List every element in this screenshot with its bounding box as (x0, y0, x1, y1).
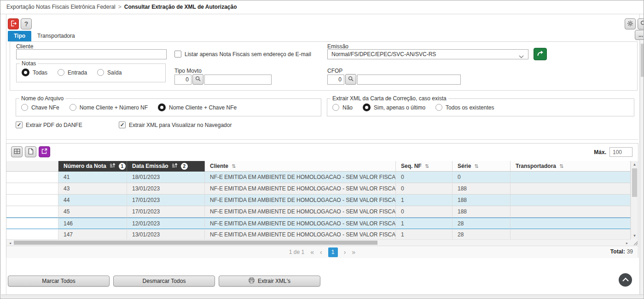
sort-ascending-icon[interactable] (110, 163, 116, 169)
desmarcar-todos-button[interactable]: Desmarcar Todos (113, 276, 215, 287)
radio-option-saida[interactable]: Saída (97, 69, 122, 76)
sort-ascending-icon[interactable] (172, 163, 178, 169)
radio-option-nao[interactable]: Não (332, 104, 353, 111)
row-select-cell[interactable] (6, 206, 58, 218)
radio-button[interactable] (22, 69, 29, 76)
column-header-serie[interactable]: Série⇅ (453, 161, 511, 172)
row-select-cell[interactable] (6, 183, 58, 195)
checkbox-option-extrair-pdf-do-danfe[interactable]: ✓Extrair PDF do DANFE (16, 121, 119, 128)
table-row[interactable]: 4118/01/2023NF-E EMITIDA EM AMBIENTE DE … (6, 172, 631, 183)
sort-icon[interactable]: ⇅ (425, 163, 429, 169)
radio-option-sim-apenas-o-ultimo[interactable]: Sim, apenas o último (363, 104, 425, 111)
marcar-todos-button[interactable]: Marcar Todos (8, 276, 110, 287)
radio-button[interactable] (158, 104, 166, 111)
row-select-cell[interactable] (6, 195, 58, 206)
max-input[interactable] (609, 147, 632, 157)
scroll-up-icon[interactable]: ▲ (631, 162, 638, 167)
window-scrollbar[interactable] (640, 41, 644, 295)
scroll-to-top-button[interactable] (619, 273, 632, 287)
cell-numero: 45 (58, 206, 127, 218)
radio-option-todos-os-existentes[interactable]: Todos os existentes (435, 104, 494, 111)
checkbox-option-extrair-xml-para-visualizar-no-navegador[interactable]: ✓Extrair XML para Visualizar no Navegado… (119, 121, 232, 128)
email-filter-checkbox[interactable] (174, 51, 181, 58)
radio-option-nome-cliente-chave-nfe[interactable]: Nome Cliente + Chave NFe (158, 104, 237, 111)
last-page-button[interactable]: » (352, 248, 355, 256)
column-header-data-emissao[interactable]: Data Emissão2 (127, 161, 205, 172)
table-hscroll-thumb[interactable] (14, 241, 377, 245)
column-header-transportadora[interactable]: Transportadora⇅ (511, 161, 631, 172)
checkbox[interactable]: ✓ (16, 121, 23, 128)
column-header-numero-da-nota[interactable]: Número da Nota1 (58, 161, 127, 172)
emissao-select[interactable]: Normal/FS/DPEC/EPEC/SVC-AN/SVC-RS (327, 49, 528, 59)
table-row[interactable]: 14612/01/2023NF-E EMITIDA EM AMBIENTE DE… (6, 218, 631, 229)
cfop-search-button[interactable] (345, 74, 356, 85)
row-select-cell[interactable] (6, 218, 58, 229)
radio-button[interactable] (363, 104, 371, 111)
cell-transportadora (511, 172, 631, 183)
radio-button[interactable] (58, 69, 64, 76)
email-filter-option[interactable]: Listar apenas Nota Fiscais sem endereço … (174, 51, 311, 58)
table-row[interactable]: 4517/01/2023NF-E EMITIDA EM AMBIENTE DE … (6, 206, 631, 218)
column-header-cliente[interactable]: Cliente⇅ (205, 161, 396, 172)
sort-icon[interactable]: ⇅ (559, 163, 563, 169)
scroll-down-icon[interactable]: ▼ (631, 234, 638, 238)
window-scrollbar-thumb[interactable] (641, 44, 644, 77)
printer-icon (249, 277, 255, 285)
export-run-button[interactable] (534, 48, 547, 60)
cell-data-emissao: 13/01/2023 (127, 183, 205, 195)
column-header-seq-nf[interactable]: Seq. NF⇅ (396, 161, 453, 172)
radio-button[interactable] (70, 104, 76, 111)
scroll-left-icon[interactable]: ◂ (7, 241, 13, 245)
table-row[interactable]: 4417/01/2023NF-E EMITIDA EM AMBIENTE DE … (6, 195, 631, 206)
settings-button[interactable] (625, 18, 636, 29)
resize-grip[interactable] (631, 239, 638, 246)
tab-tipo[interactable]: Tipo (8, 31, 31, 41)
breadcrumb-parent[interactable]: Exportação Notas Fiscais Eletrônica Fede… (6, 4, 116, 10)
cliente-input[interactable] (16, 49, 167, 59)
radio-option-entrada[interactable]: Entrada (58, 69, 87, 76)
help-button[interactable]: ? (21, 18, 32, 29)
radio-option-chave-nfe[interactable]: Chave NFe (21, 104, 59, 111)
cell-data-emissao: 18/01/2023 (127, 172, 205, 183)
sort-order-badge: 2 (181, 163, 188, 170)
tipo-movto-search-button[interactable] (192, 74, 203, 85)
exit-button[interactable] (8, 18, 19, 29)
tipo-movto-code-input[interactable] (174, 75, 191, 85)
checkbox[interactable]: ✓ (119, 121, 126, 128)
radio-label: Chave NFe (31, 104, 59, 111)
grid-export-file-button[interactable] (25, 146, 36, 157)
first-page-button[interactable]: « (310, 248, 314, 256)
sort-icon[interactable]: ⇅ (232, 163, 236, 169)
radio-button[interactable] (21, 104, 28, 111)
sort-icon[interactable]: ⇅ (474, 163, 478, 169)
table-row[interactable]: 14713/01/2023NF-E EMITIDA EM AMBIENTE DE… (6, 229, 631, 239)
checkbox-label: Extrair XML para Visualizar no Navegador (129, 122, 232, 128)
tipo-movto-description-input[interactable] (204, 75, 272, 85)
more-options-button[interactable]: ... (635, 30, 644, 40)
notas-fieldset: Notas TodasEntradaSaída (16, 60, 166, 82)
row-select-cell[interactable] (6, 172, 58, 183)
table-vscroll-thumb[interactable] (632, 168, 637, 197)
grid-expand-button[interactable] (39, 146, 50, 157)
grid-columns-button[interactable] (11, 146, 23, 157)
previous-page-button[interactable]: ‹ (320, 248, 322, 256)
column-header-select[interactable] (6, 161, 58, 172)
page-button-1[interactable]: 1 (328, 247, 338, 257)
extrair-xmls-button[interactable]: Extrair XML's (219, 276, 320, 287)
radio-button[interactable] (332, 104, 339, 111)
tab-transportadora[interactable]: Transportadora (31, 31, 81, 41)
cfop-description-input[interactable] (357, 75, 461, 85)
row-select-cell[interactable] (6, 229, 58, 239)
radio-button[interactable] (435, 104, 442, 111)
search-button[interactable] (638, 18, 644, 29)
table-vertical-scrollbar[interactable]: ▲ ▼ (631, 161, 638, 239)
cell-serie: 0 (453, 172, 511, 183)
radio-button[interactable] (97, 69, 104, 76)
radio-option-todas[interactable]: Todas (22, 69, 47, 76)
table-row[interactable]: 4313/01/2023NF-E EMITIDA EM AMBIENTE DE … (6, 183, 631, 195)
cfop-code-input[interactable] (327, 75, 344, 85)
table-horizontal-scrollbar[interactable]: ◂ ▸ (6, 239, 631, 246)
next-page-button[interactable]: › (344, 248, 346, 256)
scroll-right-icon[interactable]: ▸ (624, 241, 630, 245)
radio-option-nome-cliente-numero-nf[interactable]: Nome Cliente + Número NF (70, 104, 148, 111)
